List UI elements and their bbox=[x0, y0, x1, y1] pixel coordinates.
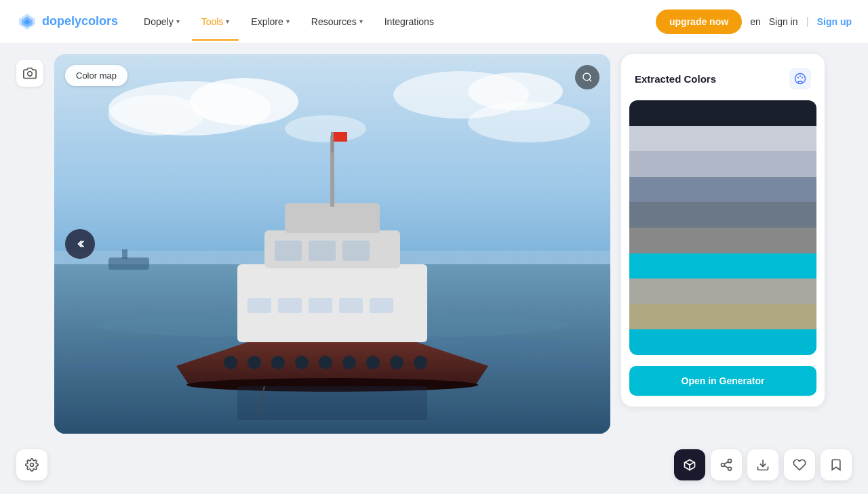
logo-icon bbox=[16, 11, 38, 33]
svg-rect-33 bbox=[248, 298, 271, 313]
chevron-icon: ▾ bbox=[226, 18, 229, 25]
heart-icon bbox=[793, 458, 806, 472]
svg-line-5 bbox=[589, 79, 591, 81]
color-swatches bbox=[629, 100, 816, 355]
nav-tools[interactable]: Tools ▾ bbox=[192, 11, 239, 33]
palette-icon-button[interactable] bbox=[789, 68, 811, 89]
nav-dopely[interactable]: Dopely ▾ bbox=[134, 11, 189, 33]
camera-icon bbox=[23, 66, 37, 80]
extracted-colors-panel: Extracted Colors Open in Generator bbox=[621, 54, 825, 407]
color-swatch-9[interactable] bbox=[629, 329, 816, 355]
cube-icon bbox=[683, 458, 696, 472]
nav-explore[interactable]: Explore ▾ bbox=[241, 11, 298, 33]
svg-point-27 bbox=[319, 356, 332, 369]
svg-rect-36 bbox=[339, 298, 363, 313]
svg-line-59 bbox=[724, 461, 728, 464]
color-swatch-0[interactable] bbox=[629, 100, 816, 126]
svg-point-3 bbox=[28, 72, 33, 77]
logo[interactable]: dopelycolors bbox=[16, 11, 118, 33]
chevron-lr-icon bbox=[74, 238, 86, 250]
svg-point-30 bbox=[390, 356, 403, 369]
expand-icon bbox=[582, 72, 593, 83]
svg-point-56 bbox=[722, 464, 725, 467]
svg-rect-35 bbox=[309, 298, 332, 313]
expand-button[interactable] bbox=[575, 65, 599, 89]
svg-line-58 bbox=[724, 466, 728, 468]
svg-point-55 bbox=[728, 459, 732, 463]
svg-point-29 bbox=[366, 356, 380, 369]
color-swatch-5[interactable] bbox=[629, 228, 816, 253]
image-panel: Color map bbox=[54, 54, 610, 434]
bookmark-button[interactable] bbox=[821, 449, 852, 480]
yacht-svg bbox=[54, 54, 610, 434]
share-icon bbox=[719, 458, 733, 472]
svg-point-4 bbox=[583, 73, 591, 81]
svg-point-31 bbox=[414, 356, 427, 369]
cube-button[interactable] bbox=[674, 449, 705, 480]
svg-point-52 bbox=[802, 77, 803, 78]
svg-rect-46 bbox=[334, 132, 347, 137]
prev-next-button[interactable] bbox=[65, 229, 95, 259]
color-swatch-3[interactable] bbox=[629, 177, 816, 203]
main-content: Color map bbox=[0, 43, 868, 494]
nav-resources[interactable]: Resources ▾ bbox=[302, 11, 372, 33]
color-swatch-6[interactable] bbox=[629, 253, 816, 279]
download-icon bbox=[756, 458, 770, 472]
svg-point-8 bbox=[190, 78, 298, 125]
color-swatch-4[interactable] bbox=[629, 202, 816, 228]
svg-point-25 bbox=[271, 356, 285, 369]
yacht-image bbox=[54, 54, 610, 434]
chevron-icon: ▾ bbox=[286, 18, 290, 25]
svg-rect-44 bbox=[331, 132, 334, 152]
color-swatch-1[interactable] bbox=[629, 126, 816, 152]
settings-button[interactable] bbox=[16, 449, 47, 480]
download-button[interactable] bbox=[747, 449, 778, 480]
svg-rect-34 bbox=[278, 298, 302, 313]
svg-rect-20 bbox=[122, 249, 127, 259]
color-swatch-2[interactable] bbox=[629, 151, 816, 177]
sign-in-link[interactable]: Sign in bbox=[769, 16, 798, 27]
color-swatch-8[interactable] bbox=[629, 304, 816, 330]
svg-point-13 bbox=[285, 115, 366, 142]
bottom-toolbar bbox=[674, 449, 852, 480]
nav-integrations[interactable]: Integrations bbox=[375, 11, 443, 33]
svg-rect-37 bbox=[370, 298, 393, 313]
camera-icon-button[interactable] bbox=[16, 60, 43, 87]
svg-point-9 bbox=[108, 95, 203, 136]
bookmark-icon bbox=[829, 458, 843, 472]
separator: | bbox=[806, 16, 809, 28]
favorite-button[interactable] bbox=[784, 449, 815, 480]
svg-point-26 bbox=[295, 356, 309, 369]
svg-rect-19 bbox=[108, 258, 149, 270]
color-map-button[interactable]: Color map bbox=[65, 65, 127, 86]
svg-rect-42 bbox=[285, 203, 380, 233]
chevron-icon: ▾ bbox=[359, 18, 363, 25]
language-selector[interactable]: en bbox=[750, 16, 761, 27]
svg-rect-40 bbox=[309, 241, 336, 261]
brand-name: dopelycolors bbox=[42, 14, 118, 28]
chevron-icon: ▾ bbox=[176, 18, 180, 25]
svg-point-57 bbox=[728, 467, 732, 470]
panel-header: Extracted Colors bbox=[621, 54, 825, 100]
panel-title: Extracted Colors bbox=[635, 73, 716, 85]
open-generator-button[interactable]: Open in Generator bbox=[629, 366, 816, 396]
svg-point-12 bbox=[468, 102, 590, 142]
svg-point-24 bbox=[248, 356, 261, 369]
nav-right: upgrade now en Sign in | Sign up bbox=[656, 9, 852, 34]
upgrade-button[interactable]: upgrade now bbox=[656, 9, 742, 34]
svg-point-50 bbox=[797, 77, 799, 78]
nav-items: Dopely ▾ Tools ▾ Explore ▾ Resources ▾ I… bbox=[134, 11, 650, 33]
svg-point-53 bbox=[31, 464, 34, 467]
svg-point-23 bbox=[224, 356, 237, 369]
svg-point-51 bbox=[800, 75, 801, 77]
svg-rect-48 bbox=[237, 386, 427, 420]
left-sidebar bbox=[16, 54, 43, 87]
svg-rect-39 bbox=[275, 241, 302, 261]
share-button[interactable] bbox=[711, 449, 742, 480]
palette-icon bbox=[794, 73, 806, 85]
svg-point-28 bbox=[342, 356, 356, 369]
color-swatch-7[interactable] bbox=[629, 279, 816, 304]
sign-up-link[interactable]: Sign up bbox=[817, 16, 852, 27]
settings-icon bbox=[25, 458, 39, 472]
navbar: dopelycolors Dopely ▾ Tools ▾ Explore ▾ … bbox=[0, 0, 868, 43]
